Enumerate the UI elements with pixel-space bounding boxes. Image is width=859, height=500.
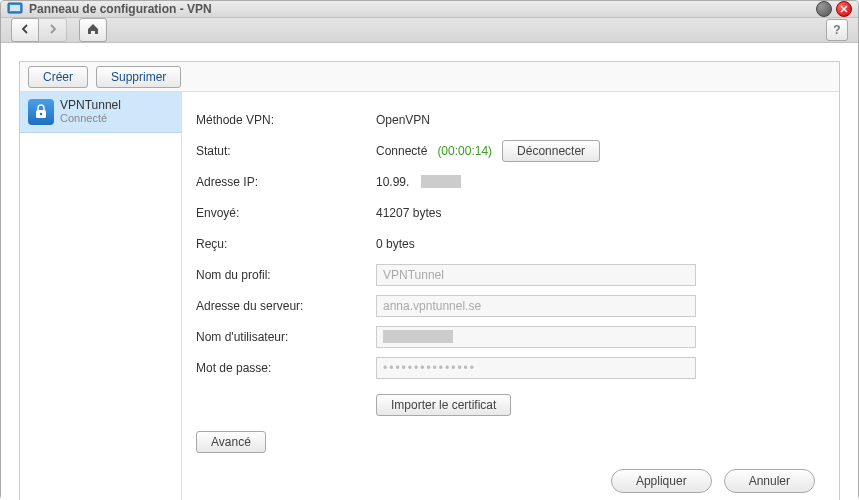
panel-body: VPNTunnel Connecté Méthode VPN: OpenVPN … [20, 92, 839, 500]
label-status: Statut: [196, 144, 376, 158]
vpn-panel: Créer Supprimer VPNTunnel Connecté [19, 61, 840, 500]
input-username[interactable] [376, 326, 696, 348]
delete-button[interactable]: Supprimer [96, 66, 181, 88]
apply-button[interactable]: Appliquer [611, 469, 712, 493]
value-method: OpenVPN [376, 113, 430, 127]
footer-buttons: Appliquer Annuler [196, 457, 815, 493]
import-cert-button[interactable]: Importer le certificat [376, 394, 511, 416]
value-ip: 10.99. [376, 175, 409, 189]
arrow-right-icon [47, 23, 59, 38]
row-ip: Adresse IP: 10.99. [196, 166, 815, 197]
value-sent: 41207 bytes [376, 206, 441, 220]
row-recv: Reçu: 0 bytes [196, 228, 815, 259]
profile-name: VPNTunnel [60, 98, 121, 112]
disconnect-button[interactable]: Déconnecter [502, 140, 600, 162]
help-icon: ? [833, 23, 840, 37]
row-server: Adresse du serveur: [196, 290, 815, 321]
label-method: Méthode VPN: [196, 113, 376, 127]
redacted-username [383, 330, 453, 343]
arrow-left-icon [19, 23, 31, 38]
back-button[interactable] [11, 18, 39, 42]
forward-button[interactable] [39, 18, 67, 42]
lock-icon [28, 99, 54, 125]
profile-meta: VPNTunnel Connecté [60, 98, 121, 126]
content-area: Créer Supprimer VPNTunnel Connecté [1, 43, 858, 500]
profile-status: Connecté [60, 112, 121, 125]
row-status: Statut: Connecté (00:00:14) Déconnecter [196, 135, 815, 166]
minimize-button[interactable] [816, 1, 832, 17]
row-import-cert: Importer le certificat [196, 389, 815, 420]
titlebar: Panneau de configuration - VPN [1, 1, 858, 18]
value-duration: (00:00:14) [437, 144, 492, 158]
redacted-ip [421, 175, 461, 188]
input-profile-name[interactable] [376, 264, 696, 286]
svg-rect-1 [10, 5, 20, 11]
panel-toolbar: Créer Supprimer [20, 62, 839, 92]
label-ip: Adresse IP: [196, 175, 376, 189]
label-sent: Envoyé: [196, 206, 376, 220]
input-server[interactable] [376, 295, 696, 317]
label-username: Nom d'utilisateur: [196, 330, 376, 344]
label-profile-name: Nom du profil: [196, 268, 376, 282]
home-icon [86, 22, 100, 39]
profile-list: VPNTunnel Connecté [20, 92, 182, 500]
row-profile-name: Nom du profil: [196, 259, 815, 290]
value-recv: 0 bytes [376, 237, 415, 251]
help-button[interactable]: ? [826, 19, 848, 41]
window-title: Panneau de configuration - VPN [29, 2, 816, 16]
label-password: Mot de passe: [196, 361, 376, 375]
svg-point-3 [40, 113, 42, 115]
label-server: Adresse du serveur: [196, 299, 376, 313]
row-password: Mot de passe: [196, 352, 815, 383]
row-username: Nom d'utilisateur: [196, 321, 815, 352]
cancel-button[interactable]: Annuler [724, 469, 815, 493]
advanced-button[interactable]: Avancé [196, 431, 266, 453]
details-pane: Méthode VPN: OpenVPN Statut: Connecté (0… [182, 92, 839, 500]
nav-group [11, 18, 67, 42]
window: Panneau de configuration - VPN ? [0, 0, 859, 500]
titlebar-controls [816, 1, 852, 17]
create-button[interactable]: Créer [28, 66, 88, 88]
app-icon [7, 1, 23, 17]
row-sent: Envoyé: 41207 bytes [196, 197, 815, 228]
close-button[interactable] [836, 1, 852, 17]
profile-item[interactable]: VPNTunnel Connecté [20, 92, 181, 133]
value-status: Connecté [376, 144, 427, 158]
input-password[interactable] [376, 357, 696, 379]
row-advanced: Avancé [196, 426, 815, 457]
home-button[interactable] [79, 18, 107, 42]
label-recv: Reçu: [196, 237, 376, 251]
nav-toolbar: ? [1, 18, 858, 43]
row-method: Méthode VPN: OpenVPN [196, 104, 815, 135]
